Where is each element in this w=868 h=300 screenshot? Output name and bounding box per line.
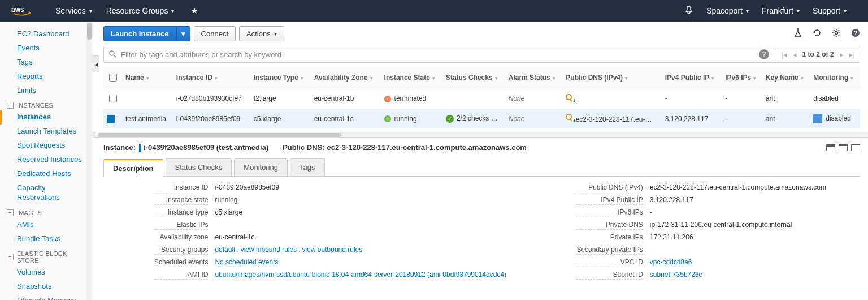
desc-label: Private DNS (576, 221, 643, 230)
desc-label: IPv6 IPs (576, 208, 643, 217)
sidebar-item-reports[interactable]: Reports (0, 70, 93, 84)
nav-region[interactable]: Frankfurt▾ (762, 6, 800, 15)
desc-value: ip-172-31-11-206.eu-central-1.compute.in… (650, 221, 826, 230)
tab-monitoring[interactable]: Monitoring (234, 158, 288, 176)
nav-pin-icon[interactable]: ★ (191, 6, 198, 15)
sidebar-item-capacity-reservations[interactable]: Capacity Reservations (0, 181, 93, 205)
desc-label: Elastic IPs (154, 221, 208, 230)
column-header[interactable]: Public DNS (IPv4)▾ (562, 67, 661, 88)
column-header[interactable]: Monitoring▾ (810, 67, 860, 88)
sidebar-item-limits[interactable]: Limits (0, 84, 93, 98)
svg-point-4 (110, 51, 114, 55)
desc-value (650, 246, 826, 255)
help-icon[interactable]: ? (851, 28, 860, 39)
desc-value: ec2-3-120-228-117.eu-central-1.compute.a… (650, 183, 826, 192)
sidebar-item-reserved-instances[interactable]: Reserved Instances (0, 153, 93, 167)
column-header[interactable]: IPv6 IPs▾ (722, 67, 762, 88)
collapse-icon[interactable]: − (7, 102, 14, 109)
panel-size-max-icon[interactable] (851, 144, 860, 151)
column-header[interactable]: Instance ID▾ (173, 67, 250, 88)
nav-services[interactable]: Services▾ (55, 6, 92, 15)
sidebar-item-instances[interactable]: Instances (0, 110, 93, 125)
nav-account[interactable]: Spaceport▾ (706, 6, 749, 15)
launch-instance-dropdown[interactable]: ▾ (176, 26, 190, 41)
sidebar-item-snapshots[interactable]: Snapshots (0, 280, 93, 294)
aws-logo[interactable]: aws (11, 5, 38, 17)
connect-button[interactable]: Connect (194, 26, 236, 41)
row-checkbox[interactable] (109, 95, 117, 102)
notifications-icon[interactable] (684, 6, 693, 16)
main-content: Launch Instance ▾ Connect Actions▾ ? ? |… (93, 22, 868, 300)
desc-label: Scheduled events (154, 258, 208, 267)
tab-description[interactable]: Description (103, 159, 163, 177)
desc-value: c5.xlarge (215, 208, 506, 217)
desc-label: IPv4 Public IP (576, 196, 643, 205)
sidebar-item-dedicated-hosts[interactable]: Dedicated Hosts (0, 167, 93, 181)
detail-tabs: DescriptionStatus ChecksMonitoringTags (103, 158, 860, 177)
sidebar-item-tags[interactable]: Tags (0, 55, 93, 70)
select-all-checkbox[interactable] (109, 74, 117, 82)
pager-first[interactable]: |◂ (781, 50, 787, 59)
sidebar: EC2 DashboardEventsTagsReportsLimits−INS… (0, 22, 93, 300)
tab-status-checks[interactable]: Status Checks (166, 158, 232, 176)
desc-value: i-0439f20ae8985ef09 (215, 183, 506, 192)
refresh-icon[interactable] (813, 28, 822, 39)
column-header[interactable]: Instance State▾ (381, 67, 442, 88)
state-dot-icon (384, 96, 391, 102)
column-header[interactable]: IPv4 Public IP▾ (662, 67, 722, 88)
sidebar-item-volumes[interactable]: Volumes (0, 265, 93, 280)
sidebar-item-bundle-tasks[interactable]: Bundle Tasks (0, 232, 93, 246)
instances-table: Name▾Instance ID▾Instance Type▾Availabil… (103, 67, 860, 128)
pager-prev[interactable]: ◂ (793, 50, 797, 59)
column-header[interactable]: Instance Type▾ (250, 67, 311, 88)
table-row[interactable]: test.antmediai-0439f20ae8985ef09c5.xlarg… (103, 109, 860, 128)
settings-icon[interactable] (832, 28, 841, 39)
monitoring-icon (813, 114, 822, 123)
sidebar-heading: −IMAGES (0, 205, 93, 218)
panel-size-min-icon[interactable] (826, 144, 835, 151)
column-header[interactable]: Alarm Status▾ (505, 67, 563, 88)
top-navbar: aws Services▾ Resource Groups▾ ★ Spacepo… (0, 0, 868, 22)
column-header[interactable]: Key Name▾ (762, 67, 810, 88)
sidebar-heading: −ELASTIC BLOCK STORE (0, 246, 93, 265)
collapse-icon[interactable]: − (7, 254, 14, 260)
magnify-icon[interactable]: + (566, 114, 574, 122)
filter-bar: ? |◂ ◂ 1 to 2 of 2 ▸ ▸| (103, 46, 860, 63)
sidebar-scrollbar[interactable] (86, 22, 93, 300)
column-header[interactable]: Availability Zone▾ (311, 67, 381, 88)
filter-input[interactable] (120, 50, 759, 59)
sidebar-collapse-handle[interactable]: ◂ (93, 55, 99, 72)
panel-size-mid-icon[interactable] (839, 144, 848, 151)
column-header[interactable]: Status Checks▾ (442, 67, 505, 88)
actions-button[interactable]: Actions▾ (239, 26, 284, 41)
sidebar-item-events[interactable]: Events (0, 41, 93, 55)
svg-text:aws: aws (11, 6, 24, 14)
collapse-icon[interactable]: − (7, 209, 14, 216)
nav-resource-groups[interactable]: Resource Groups▾ (106, 6, 175, 15)
desc-label: Instance type (154, 208, 208, 217)
nav-support[interactable]: Support▾ (813, 6, 847, 15)
sidebar-item-amis[interactable]: AMIs (0, 218, 93, 232)
detail-public-dns: ec2-3-120-228-117.eu-central-1.compute.a… (327, 143, 527, 152)
table-row[interactable]: i-027d80b193930cfe7t2.largeeu-central-1b… (103, 88, 860, 109)
tab-tags[interactable]: Tags (290, 158, 324, 176)
sidebar-item-lifecycle-manager[interactable]: Lifecycle Manager (0, 294, 93, 300)
column-header[interactable]: Name▾ (122, 67, 173, 88)
pager-next[interactable]: ▸ (840, 50, 844, 59)
sidebar-item-spot-requests[interactable]: Spot Requests (0, 139, 93, 153)
desc-value: - (650, 208, 826, 217)
experiment-icon[interactable] (793, 28, 802, 39)
launch-instance-button[interactable]: Launch Instance (103, 26, 176, 41)
horizontal-splitter[interactable] (93, 132, 868, 138)
row-checkbox[interactable] (107, 115, 115, 123)
description-panel: Instance IDi-0439f20ae8985ef09Instance s… (103, 177, 860, 286)
desc-value: 3.120.228.117 (650, 196, 826, 205)
desc-value: default.view inbound rules.view outbound… (215, 246, 506, 255)
desc-label: Secondary private IPs (576, 246, 643, 255)
sidebar-item-ec2-dashboard[interactable]: EC2 Dashboard (0, 27, 93, 41)
sidebar-item-launch-templates[interactable]: Launch Templates (0, 125, 93, 139)
filter-help-icon[interactable]: ? (759, 49, 769, 59)
detail-instance-id: i-0439f20ae8985ef09 (test.antmedia) (144, 143, 268, 152)
pager-last[interactable]: ▸| (849, 50, 855, 59)
magnify-icon[interactable]: + (566, 94, 574, 102)
